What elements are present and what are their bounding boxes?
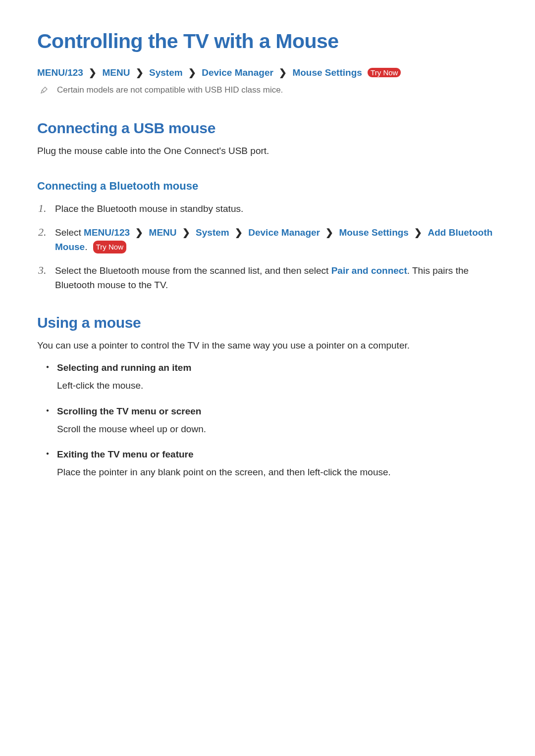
bluetooth-steps: 1. Place the Bluetooth mouse in standby … bbox=[37, 202, 500, 292]
chevron-right-icon: ❯ bbox=[188, 67, 196, 78]
step-number: 1. bbox=[38, 200, 47, 217]
menu-path-item: MENU/123 bbox=[84, 227, 130, 238]
note-text: Certain models are not compatible with U… bbox=[57, 85, 283, 95]
chevron-right-icon: ❯ bbox=[136, 67, 144, 78]
chevron-right-icon: ❯ bbox=[414, 227, 422, 238]
chevron-right-icon: ❯ bbox=[235, 227, 243, 238]
bullet-body: Scroll the mouse wheel up or down. bbox=[57, 422, 500, 436]
step-item: 2. Select MENU/123 ❯ MENU ❯ System ❯ Dev… bbox=[37, 225, 500, 254]
compatibility-note: Certain models are not compatible with U… bbox=[37, 85, 500, 95]
breadcrumb-item: Device Manager bbox=[202, 67, 273, 78]
step-number: 3. bbox=[38, 262, 47, 279]
chevron-right-icon: ❯ bbox=[182, 227, 190, 238]
section-title-bluetooth: Connecting a Bluetooth mouse bbox=[37, 180, 500, 193]
step-lead: Select bbox=[55, 227, 84, 238]
chevron-right-icon: ❯ bbox=[279, 67, 287, 78]
manual-page: Controlling the TV with a Mouse MENU/123… bbox=[0, 0, 535, 756]
breadcrumb-item: Mouse Settings bbox=[292, 67, 362, 78]
chevron-right-icon: ❯ bbox=[325, 227, 333, 238]
bullet-body: Place the pointer in any blank point on … bbox=[57, 465, 500, 479]
list-item: Exiting the TV menu or feature Place the… bbox=[37, 449, 500, 479]
breadcrumb-main: MENU/123 ❯ MENU ❯ System ❯ Device Manage… bbox=[37, 67, 500, 78]
step-text: Place the Bluetooth mouse in standby sta… bbox=[55, 203, 243, 214]
using-intro: You can use a pointer to control the TV … bbox=[37, 338, 500, 353]
step-item: 1. Place the Bluetooth mouse in standby … bbox=[37, 202, 500, 216]
bullet-title: Exiting the TV menu or feature bbox=[57, 449, 500, 460]
step-item: 3. Select the Bluetooth mouse from the s… bbox=[37, 263, 500, 293]
breadcrumb-item: System bbox=[149, 67, 183, 78]
menu-path-item: Device Manager bbox=[248, 227, 320, 238]
section-title-usb: Connecting a USB mouse bbox=[37, 120, 500, 137]
pencil-icon bbox=[40, 86, 48, 94]
chevron-right-icon: ❯ bbox=[135, 227, 143, 238]
chevron-right-icon: ❯ bbox=[89, 67, 97, 78]
breadcrumb-item: MENU/123 bbox=[37, 67, 83, 78]
section-title-using: Using a mouse bbox=[37, 314, 500, 331]
list-item: Scrolling the TV menu or screen Scroll t… bbox=[37, 406, 500, 436]
breadcrumb-item: MENU bbox=[102, 67, 130, 78]
step-text-pre: Select the Bluetooth mouse from the scan… bbox=[55, 265, 331, 276]
menu-path-item: System bbox=[196, 227, 229, 238]
pair-and-connect-link: Pair and connect bbox=[331, 265, 407, 276]
period: . bbox=[85, 242, 87, 252]
bullet-title: Selecting and running an item bbox=[57, 362, 500, 373]
usb-body: Plug the mouse cable into the One Connec… bbox=[37, 144, 500, 158]
list-item: Selecting and running an item Left-click… bbox=[37, 362, 500, 393]
step-number: 2. bbox=[38, 224, 47, 241]
using-bullets: Selecting and running an item Left-click… bbox=[37, 362, 500, 479]
menu-path-item: MENU bbox=[149, 227, 177, 238]
menu-path-item: Mouse Settings bbox=[339, 227, 409, 238]
try-now-badge[interactable]: Try Now bbox=[368, 68, 401, 77]
bullet-body: Left-click the mouse. bbox=[57, 378, 500, 393]
page-title: Controlling the TV with a Mouse bbox=[37, 30, 500, 53]
try-now-badge[interactable]: Try Now bbox=[93, 241, 126, 253]
bullet-title: Scrolling the TV menu or screen bbox=[57, 406, 500, 417]
